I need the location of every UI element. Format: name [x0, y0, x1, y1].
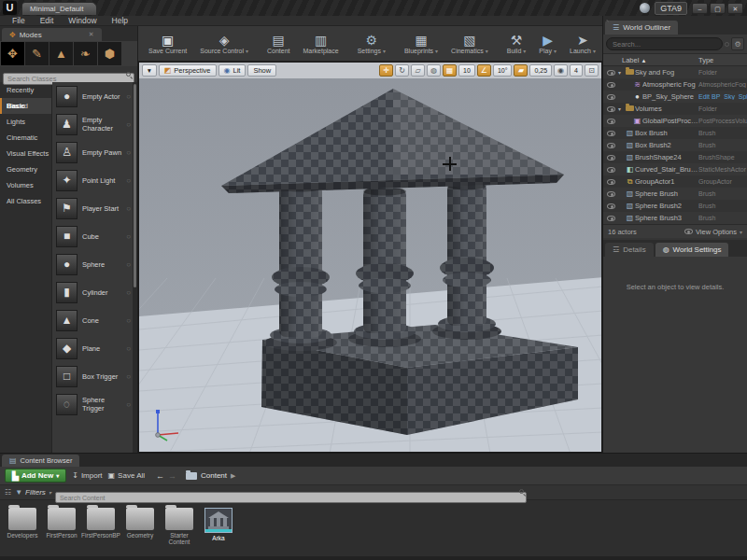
show-button[interactable]: Show: [247, 64, 276, 77]
launch-button[interactable]: ➤Launch▾: [563, 27, 602, 61]
drag-handle-icon[interactable]: ○: [126, 92, 131, 101]
view-options-button[interactable]: View Options ▾: [684, 228, 742, 236]
category-visual-effects[interactable]: Visual Effects: [0, 146, 51, 161]
place-item-light[interactable]: ✦Point Light○: [52, 166, 137, 194]
drag-handle-icon[interactable]: ○: [126, 400, 131, 409]
place-item-box-trigger[interactable]: □Box Trigger○: [52, 362, 137, 390]
outliner-row[interactable]: ▾Sky and FogFolder: [603, 66, 747, 78]
close-button[interactable]: ✕: [727, 3, 743, 14]
outliner-row[interactable]: ▧Box Brush2Brush: [603, 139, 747, 151]
expander-icon[interactable]: ▾: [618, 105, 625, 112]
drag-handle-icon[interactable]: ○: [126, 288, 131, 297]
folder-tile[interactable]: Developers: [6, 508, 39, 545]
build-button[interactable]: ⚒Build▾: [500, 27, 533, 61]
drag-handle-icon[interactable]: ○: [126, 204, 131, 213]
expander-icon[interactable]: ▾: [618, 69, 625, 76]
foliage-mode-button[interactable]: ❧: [74, 42, 97, 65]
rotation-snap-value[interactable]: 10°: [493, 64, 513, 77]
settings-button[interactable]: ⚙Settings▾: [351, 27, 392, 61]
category-volumes[interactable]: Volumes: [0, 177, 51, 193]
cinematics-button[interactable]: ▧Cinematics▾: [444, 27, 495, 61]
grid-snap-value[interactable]: 10: [458, 64, 475, 77]
outliner-row[interactable]: ▾VolumesFolder: [603, 103, 747, 115]
grid-snap-icon[interactable]: ▦: [443, 64, 457, 77]
filters-button[interactable]: ▼ Filters ▾: [15, 488, 51, 497]
outliner-row[interactable]: ▧Sphere BrushBrush: [603, 188, 747, 200]
visibility-eye-icon[interactable]: [607, 119, 615, 124]
breadcrumb[interactable]: Content ▶: [186, 471, 235, 480]
perspective-button[interactable]: ◩ Perspective: [159, 64, 217, 77]
visibility-eye-icon[interactable]: [607, 179, 615, 185]
category-all-classes[interactable]: All Classes: [0, 193, 51, 209]
add-new-button[interactable]: ▙ Add New ▾: [5, 469, 66, 483]
menu-file[interactable]: File: [6, 16, 32, 25]
visibility-eye-icon[interactable]: [607, 191, 615, 197]
landscape-mode-button[interactable]: ▲: [49, 42, 73, 65]
menu-window[interactable]: Window: [62, 16, 103, 25]
folder-tile[interactable]: FirstPersonBP: [84, 508, 118, 545]
marketplace-button[interactable]: ▥Marketplace: [297, 27, 345, 61]
drag-handle-icon[interactable]: ○: [126, 120, 131, 129]
outliner-settings-icon[interactable]: ⚙: [731, 37, 744, 50]
outliner-row[interactable]: ▣GlobalPostProcessVolumePostProcessVolu: [603, 115, 747, 127]
tab-content-browser[interactable]: ▤ Content Browser: [2, 455, 79, 467]
scale-snap-icon[interactable]: ▰: [514, 64, 528, 77]
move-tool-button[interactable]: ✛: [379, 64, 393, 77]
visibility-eye-icon[interactable]: [607, 106, 615, 112]
visibility-eye-icon[interactable]: [607, 82, 615, 88]
place-item-sphere-trigger[interactable]: ◌Sphere Trigger○: [52, 390, 137, 418]
outliner-search-input[interactable]: [606, 37, 723, 50]
place-item-cylinder[interactable]: ▮Cylinder○: [52, 278, 137, 306]
save-button[interactable]: ▣Save Current: [142, 27, 193, 61]
drag-handle-icon[interactable]: ○: [126, 176, 131, 185]
visibility-eye-icon[interactable]: [607, 155, 615, 161]
minimize-button[interactable]: –: [692, 3, 708, 14]
camera-speed-icon[interactable]: ◉: [554, 64, 568, 77]
scrollbar[interactable]: [133, 82, 137, 453]
place-item-cube[interactable]: ■Cube○: [52, 222, 137, 250]
tab-details[interactable]: ☲Details: [605, 243, 654, 257]
outliner-row[interactable]: ◧Curved_Stair_Brush_StaticMeshStaticMesh…: [603, 163, 747, 175]
import-button[interactable]: ↧Import: [72, 471, 102, 480]
place-item-player-start[interactable]: ⚑Player Start○: [52, 194, 137, 222]
tab-world-settings[interactable]: ◍World Settings: [655, 243, 729, 257]
outliner-row[interactable]: ≋Atmospheric FogAtmosphericFog: [603, 78, 747, 91]
back-button[interactable]: ←: [156, 471, 164, 481]
drag-handle-icon[interactable]: ○: [126, 260, 131, 269]
viewport[interactable]: ▾ ◩ Perspective ◉ Lit Show ✛ ↻ ▱ ◍ ▦ 10 …: [138, 62, 602, 453]
visibility-eye-icon[interactable]: [607, 143, 615, 148]
folder-tile[interactable]: Starter Content: [162, 508, 196, 545]
drag-handle-icon[interactable]: ○: [126, 232, 131, 241]
drag-handle-icon[interactable]: ○: [126, 344, 131, 353]
camera-speed-value[interactable]: 4: [570, 64, 583, 77]
place-item-pawn[interactable]: ♙Empty Pawn○: [52, 138, 137, 166]
place-item-plane[interactable]: ◆Plane○: [52, 334, 137, 362]
world-local-toggle[interactable]: ◍: [427, 64, 441, 77]
forward-button[interactable]: →: [168, 471, 176, 481]
visibility-eye-icon[interactable]: [607, 203, 615, 209]
folder-tile[interactable]: FirstPerson: [45, 508, 78, 545]
outliner-header[interactable]: Label ▲ Type: [603, 53, 747, 66]
visibility-eye-icon[interactable]: [607, 70, 615, 76]
save-all-button[interactable]: ▣Save All: [108, 471, 145, 480]
edit-blueprint-link[interactable]: Edit BP_Sky_Spl: [698, 93, 747, 100]
place-item-cone[interactable]: ▲Cone○: [52, 306, 137, 334]
viewport-options-button[interactable]: ▾: [142, 64, 157, 77]
place-item-sphere[interactable]: ●Sphere○: [52, 250, 137, 278]
visibility-eye-icon[interactable]: [607, 167, 615, 173]
outliner-row[interactable]: ⧉GroupActor1GroupActor: [603, 175, 747, 188]
visibility-eye-icon[interactable]: [607, 216, 615, 221]
maximize-button[interactable]: ▢: [710, 3, 726, 14]
source-control-button[interactable]: ◈Source Control▾: [193, 27, 255, 61]
play-button[interactable]: ▶Play▾: [532, 27, 563, 61]
tab-world-outliner[interactable]: ☰ World Outliner: [605, 21, 678, 35]
outliner-row[interactable]: ▧BrushShape24BrushShape: [603, 151, 747, 163]
outliner-row[interactable]: ▧Sphere Brush3Brush: [603, 212, 747, 224]
maximize-viewport-button[interactable]: ⊡: [585, 64, 599, 77]
folder-tile[interactable]: Geometry: [123, 508, 157, 545]
outliner-row[interactable]: ●BP_Sky_SphereEdit BP_Sky_Spl: [603, 91, 747, 103]
asset-tile[interactable]: Arka: [202, 508, 235, 545]
scale-snap-value[interactable]: 0,25: [529, 64, 552, 77]
paint-mode-button[interactable]: ✎: [25, 42, 49, 65]
blueprints-button[interactable]: ▦Blueprints▾: [398, 27, 444, 61]
